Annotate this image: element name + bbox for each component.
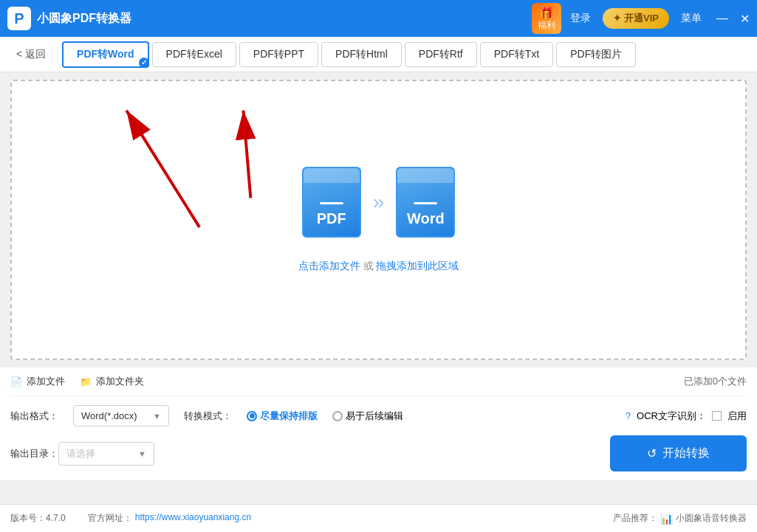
- website-link[interactable]: https://www.xiaoyuanxiang.cn: [135, 512, 251, 525]
- app-logo: P: [7, 7, 31, 30]
- mode-edit-item[interactable]: 易于后续编辑: [332, 410, 403, 423]
- add-file-link[interactable]: 点击添加文件: [298, 260, 360, 272]
- back-button[interactable]: < 返回: [9, 44, 53, 66]
- mode-layout-item[interactable]: 尽量保持排版: [247, 410, 318, 423]
- pdf-icon: PDF: [302, 167, 361, 238]
- output-dir-label: 输出目录：: [10, 447, 58, 460]
- ocr-help-icon[interactable]: ?: [626, 410, 631, 421]
- bonus-badge[interactable]: 🎁 福利: [532, 3, 561, 34]
- output-format-label: 输出格式：: [10, 410, 58, 423]
- dir-chevron-icon: ▼: [138, 449, 146, 458]
- footer: 版本号：4.7.0 官方网址： https://www.xiaoyuanxian…: [0, 504, 757, 532]
- add-folder-button[interactable]: 📁 添加文件夹: [80, 375, 144, 388]
- website-section: 官方网址： https://www.xiaoyuanxiang.cn: [88, 512, 251, 525]
- minimize-button[interactable]: —: [716, 12, 728, 26]
- tab-pdf-word[interactable]: PDF转Word: [62, 41, 149, 68]
- close-button[interactable]: ✕: [740, 12, 750, 26]
- add-file-icon: 📄: [10, 376, 22, 387]
- settings-row-1: 输出格式： Word(*.docx) ▼ 转换模式： 尽量保持排版 易于后续编辑…: [10, 396, 747, 435]
- add-file-button[interactable]: 📄 添加文件: [10, 375, 65, 388]
- title-bar: P 小圆象PDF转换器 🎁 福利 登录 ✦ 开通VIP 菜单 — ✕: [0, 0, 757, 37]
- ocr-section: ? OCR文字识别： 启用: [626, 410, 747, 423]
- menu-button[interactable]: 菜单: [681, 12, 702, 25]
- tab-pdf-rtf[interactable]: PDF转Rtf: [405, 42, 477, 67]
- add-folder-icon: 📁: [80, 376, 92, 387]
- tab-pdf-image[interactable]: PDF转图片: [556, 42, 636, 67]
- convert-mode-label: 转换模式：: [184, 410, 232, 423]
- ocr-enable-label: 启用: [727, 410, 747, 423]
- start-convert-button[interactable]: ↺ 开始转换: [610, 435, 747, 471]
- app-name: 小圆象PDF转换器: [37, 11, 131, 27]
- drop-zone[interactable]: PDF » Word 点击添加文件 或 拖拽添加到此区域: [10, 80, 747, 360]
- window-controls: — ✕: [716, 12, 750, 26]
- refresh-icon: ↺: [647, 446, 657, 460]
- file-icons: PDF » Word: [302, 167, 456, 238]
- drop-hint: 点击添加文件 或 拖拽添加到此区域: [298, 260, 459, 273]
- mode-edit-radio[interactable]: [332, 411, 343, 421]
- tab-pdf-html[interactable]: PDF转Html: [321, 42, 402, 67]
- ocr-label: OCR文字识别：: [637, 410, 706, 423]
- tab-pdf-txt[interactable]: PDF转Txt: [480, 42, 553, 67]
- settings-row-2: 输出目录： 请选择 ▼ ↺ 开始转换: [10, 435, 747, 480]
- file-count: 已添加0个文件: [684, 375, 747, 388]
- bottom-section: 📄 添加文件 📁 添加文件夹 已添加0个文件 输出格式： Word(*.docx…: [0, 367, 757, 480]
- chevron-down-icon: ▼: [153, 412, 161, 421]
- mode-layout-radio[interactable]: [247, 411, 257, 421]
- convert-arrows-icon: »: [373, 190, 385, 214]
- file-actions-bar: 📄 添加文件 📁 添加文件夹 已添加0个文件: [10, 367, 747, 396]
- svg-line-1: [126, 111, 199, 227]
- word-icon: Word: [396, 167, 455, 238]
- version-label: 版本号：4.7.0: [10, 512, 66, 525]
- login-button[interactable]: 登录: [570, 12, 591, 25]
- svg-line-2: [243, 111, 250, 198]
- product-section: 产品推荐： 📊 小圆象语音转换器: [613, 512, 747, 525]
- drag-drop-link[interactable]: 拖拽添加到此区域: [376, 260, 459, 272]
- vip-button[interactable]: ✦ 开通VIP: [603, 8, 669, 29]
- tab-pdf-excel[interactable]: PDF转Excel: [152, 42, 236, 67]
- tab-pdf-ppt[interactable]: PDF转PPT: [239, 42, 318, 67]
- output-dir-select[interactable]: 请选择 ▼: [58, 442, 154, 466]
- product-icon: 📊: [660, 513, 673, 525]
- ocr-checkbox[interactable]: [712, 411, 722, 421]
- output-format-select[interactable]: Word(*.docx) ▼: [73, 405, 169, 426]
- tab-bar: < 返回 PDF转Word PDF转Excel PDF转PPT PDF转Html…: [0, 37, 757, 72]
- convert-mode-group: 尽量保持排版 易于后续编辑: [247, 410, 403, 423]
